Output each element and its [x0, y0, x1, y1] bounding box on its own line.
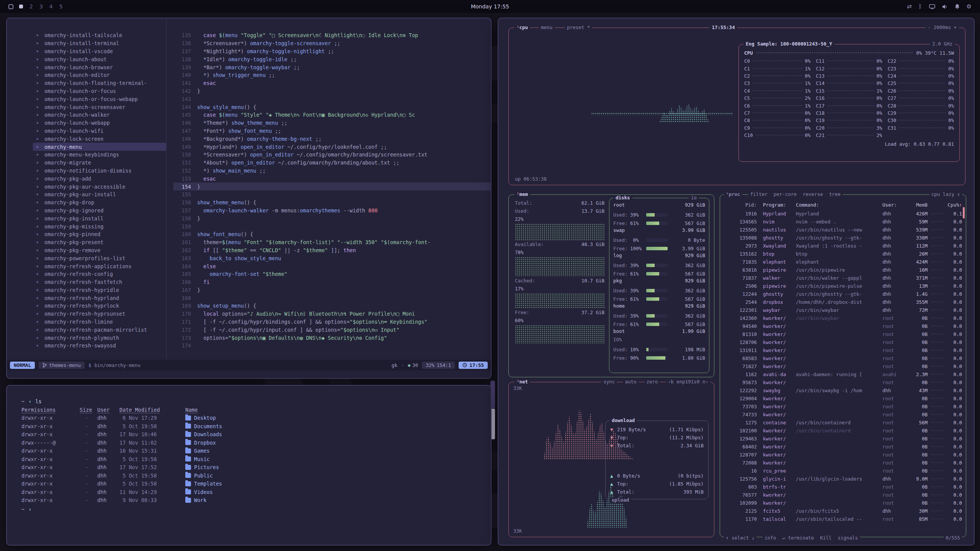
workspace-1-active[interactable] [19, 5, 23, 8]
process-row[interactable]: 122292 swaybg /usr/bin/swaybg -i /hom dh… [724, 386, 962, 395]
process-row[interactable]: 134565 nvim nvim --embed . dhh 59M 0.0 [724, 218, 962, 226]
file-item[interactable]: ∗ omarchy-launch-or-focus-webapp [33, 95, 166, 103]
process-row[interactable]: 12244 ghostty /usr/bin/ghostty --gtk- dh… [724, 290, 962, 298]
net-control-button[interactable]: sync [601, 379, 617, 385]
file-item[interactable]: ∗ omarchy-pkg-aur-install [33, 191, 166, 199]
io-toggle[interactable]: io [689, 195, 699, 201]
file-item[interactable]: ∗ omarchy-launch-editor [33, 71, 166, 79]
process-row[interactable]: 122301 waybar /usr/bin/waybar dhh 72M 0.… [724, 306, 962, 314]
volume-icon[interactable] [942, 4, 948, 9]
file-item[interactable]: ∗ omarchy-launch-floating-terminal- [33, 79, 166, 87]
proc-option-button[interactable]: tree [829, 191, 841, 197]
file-item[interactable]: ∗ omarchy-launch-about [33, 55, 166, 63]
process-row[interactable]: 94540 kworker/ root 0B 0.0 [724, 322, 962, 330]
proc-action-button[interactable]: signals [838, 535, 858, 541]
net-control-button[interactable]: zero [645, 379, 660, 385]
file-item[interactable]: ∗ omarchy-refresh-hyprsunset [33, 310, 166, 318]
file-item[interactable]: ∗ omarchy-launch-screensaver [33, 103, 166, 111]
process-row[interactable]: 2973 Xwayland Xwayland :1 -rootless - dh… [724, 242, 962, 250]
process-row[interactable]: 71837 walker /usr/bin/walker --gappl dhh… [724, 274, 962, 282]
process-row[interactable]: 102100 kworker/ /usr/bin/containerd root… [724, 427, 962, 435]
process-row[interactable]: 142360 kworker/ /usr/bin/waybar root 0B … [724, 314, 962, 322]
process-row[interactable]: 76577 kworker/ root 0B 0.0 [724, 491, 962, 499]
process-row[interactable]: 129463 kworker/ root 0B 0.0 [724, 435, 962, 443]
proc-option-button[interactable]: reverse [803, 191, 823, 197]
launcher-icon[interactable] [8, 4, 13, 9]
file-explorer[interactable]: ∗ omarchy-install-tailscale ∗ omarchy-in… [7, 18, 167, 360]
process-row[interactable]: 131911 kworker/ root 0B 0.0 [724, 346, 962, 354]
process-row[interactable]: 135088 ghostty /usr/bin/ghostty --gtk- d… [724, 234, 962, 242]
file-item[interactable]: ∗ omarchy-refresh-config [33, 270, 166, 278]
process-row[interactable]: 81310 kworker/ root 0B 0.0 [724, 330, 962, 338]
file-item[interactable]: ∗ omarchy-powerprofiles-list [33, 254, 166, 262]
col-command[interactable]: Command: [796, 202, 882, 208]
process-row[interactable]: 1162 avahi-da avahi-daemon: running [ av… [724, 370, 962, 378]
col-user[interactable]: User: [882, 202, 905, 208]
display-icon[interactable] [929, 4, 935, 9]
file-item[interactable]: ∗ omarchy-launch-walker [33, 111, 166, 119]
git-branch[interactable]: themes-menu [39, 362, 85, 369]
process-row[interactable]: 71835 elephant elephant dhh 424M 0.0 [724, 258, 962, 266]
file-item[interactable]: ∗ omarchy-refresh-hyprland [33, 294, 166, 302]
file-item[interactable]: ∗ omarchy-pkg-missing [33, 222, 166, 230]
process-row[interactable]: 803 btrfs-tr root 0B 0.0 [724, 483, 962, 491]
file-item[interactable]: ∗ omarchy-lock-screen [33, 135, 166, 143]
file-item[interactable]: ∗ omarchy-launch-webapp [33, 119, 166, 127]
proc-option-button[interactable]: filter [750, 191, 768, 197]
file-item[interactable]: ∗ omarchy-refresh-fastfetch [33, 278, 166, 286]
proc-action-button[interactable]: ↵ terminate [782, 535, 814, 541]
bluetooth-icon[interactable]: ᛒ [919, 3, 922, 10]
process-row[interactable]: 68402 kworker/ root 0B 0.0 [724, 443, 962, 451]
file-item[interactable]: ∗ omarchy-notification-dismiss [33, 167, 166, 175]
network-arrows-icon[interactable]: ⇄ [907, 3, 912, 10]
workspace-button[interactable]: 5 [59, 3, 64, 10]
col-pid[interactable]: Pid: [724, 202, 759, 208]
disks-title[interactable]: disks [613, 195, 632, 201]
prompt-line-empty[interactable]: ~ › [21, 505, 491, 514]
workspace-button[interactable]: 2 [29, 3, 34, 10]
file-item[interactable]: ∗ omarchy-pkg-drop [33, 199, 166, 207]
proc-option-button[interactable]: per-core [774, 191, 797, 197]
cpu-box-title[interactable]: ¹cpu [514, 24, 530, 30]
file-item[interactable]: ∗ omarchy-launch-browser [33, 63, 166, 71]
net-control-button[interactable]: ‹b enp191s0 n› [666, 379, 710, 385]
col-program[interactable]: Program: [759, 202, 796, 208]
process-list[interactable]: 1916 Hyprland Hyprland dhh 426M 0.1 1345… [724, 210, 962, 523]
workspace-button[interactable]: 3 [39, 3, 44, 10]
file-item[interactable]: ∗ omarchy-refresh-limine [33, 318, 166, 326]
file-item[interactable]: ∗ omarchy-refresh-applications [33, 262, 166, 270]
process-row[interactable]: 74733 kworker/ root 0B 0.0 [724, 411, 962, 419]
process-row[interactable]: 102099 kworker/ root 0B 0.0 [724, 499, 962, 507]
net-box-title[interactable]: ³net [514, 379, 530, 385]
process-row[interactable]: 1916 Hyprland Hyprland dhh 426M 0.1 [724, 210, 962, 218]
process-row[interactable]: 1275 containe /usr/bin/containerd root 5… [724, 419, 962, 427]
process-row[interactable]: 128706 kworker/ root 0B 0.0 [724, 338, 962, 346]
col-memb[interactable]: MemB [905, 202, 928, 208]
settings-gear-icon[interactable]: ⚙ [967, 3, 972, 10]
process-row[interactable]: 2506 pipewire /usr/bin/pipewire-pulse dh… [724, 282, 962, 290]
file-item[interactable]: ∗ omarchy-refresh-swayosd [33, 342, 166, 350]
notification-bell-icon[interactable] [955, 4, 960, 9]
process-row[interactable]: 2544 dropbox /home/dhh/.dropbox-dist dhh… [724, 298, 962, 306]
file-item[interactable]: ∗ omarchy-migrate [33, 159, 166, 167]
file-item[interactable]: ∗ omarchy-launch-or-focus [33, 87, 166, 95]
proc-sort[interactable]: cpu lazy ↕ [929, 191, 962, 197]
process-row[interactable]: 68583 kworker/ root 0B 0.0 [724, 354, 962, 362]
file-item[interactable]: ∗ omarchy-pkg-remove [33, 246, 166, 254]
proc-action-button[interactable]: Kill [820, 535, 831, 541]
file-item[interactable]: ∗ omarchy-pkg-aur-accessible [33, 183, 166, 191]
file-item[interactable]: ∗ omarchy-refresh-hypridle [33, 286, 166, 294]
mem-box-title[interactable]: ²mem [514, 191, 530, 197]
file-item[interactable]: ∗ omarchy-install-vscode [33, 47, 166, 55]
process-row[interactable]: 95673 kworker/ root 0B 0.0 [724, 378, 962, 386]
col-cpu[interactable]: Cpu%↑ [946, 202, 962, 208]
process-row[interactable]: 125505 nautilus /usr/bin/nautilus --new … [724, 226, 962, 234]
process-row[interactable]: 72088 kworker/ root 0B 0.0 [724, 459, 962, 467]
proc-action-button[interactable]: info [764, 535, 776, 541]
net-control-button[interactable]: auto [623, 379, 638, 385]
proc-scrollbar[interactable] [963, 207, 965, 218]
file-item[interactable]: ∗ omarchy-refresh-pacman-mirrorlist [33, 326, 166, 334]
file-item[interactable]: ∗ omarchy-install-terminal [33, 39, 166, 47]
file-item[interactable]: ∗ omarchy-pkg-ignored [33, 207, 166, 215]
process-row[interactable]: 129004 kworker/ root 0B 0.0 [724, 395, 962, 403]
